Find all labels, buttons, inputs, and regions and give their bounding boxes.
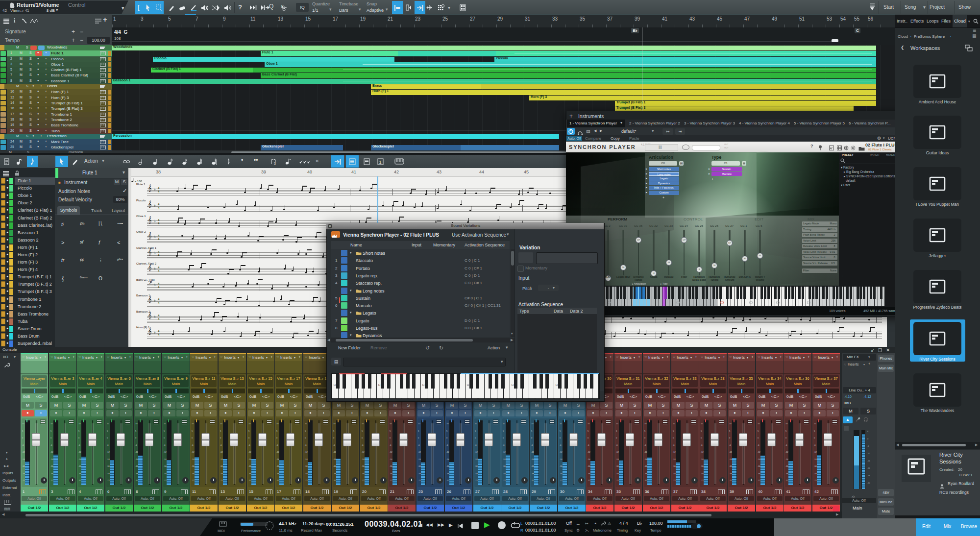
svg-text:b: b xyxy=(281,4,283,7)
svg-text:1: 1 xyxy=(379,160,381,165)
svg-text:3: 3 xyxy=(274,162,276,165)
